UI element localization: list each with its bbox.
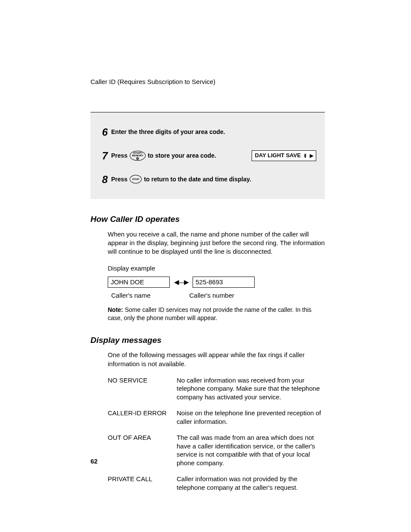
double-arrow-icon: ◀—▶: [174, 278, 188, 286]
note-text: Some caller ID services may not provide …: [108, 306, 311, 321]
msg-desc: Noise on the telephone line prevented re…: [177, 409, 325, 426]
step-number: 6: [95, 125, 108, 139]
note-label: Note:: [108, 306, 123, 313]
msg-label: OUT OF AREA: [108, 433, 177, 467]
step-pre-text: Press: [111, 175, 128, 183]
page-header: Caller ID (Requires Subscription to Serv…: [90, 78, 325, 86]
msg-desc: No caller information was received from …: [177, 376, 325, 401]
lcd-text: DAY LIGHT SAVE: [255, 152, 301, 159]
step-text: Press START/ MEMORY ⏻ to store your area…: [111, 150, 316, 161]
msg-row-no-service: NO SERVICE No caller information was rec…: [108, 376, 325, 401]
messages-table: NO SERVICE No caller information was rec…: [108, 376, 325, 492]
how-caller-id-heading: How Caller ID operates: [90, 214, 325, 225]
msg-row-out-of-area: OUT OF AREA The call was made from an ar…: [108, 433, 325, 467]
step-number: 7: [95, 149, 108, 162]
msg-row-caller-id-error: CALLER-ID ERROR Noise on the telephone l…: [108, 409, 325, 426]
note-paragraph: Note: Some caller ID services may not pr…: [108, 306, 325, 322]
caption-name: Caller's name: [111, 291, 150, 300]
steps-container: 6 Enter the three digits of your area co…: [90, 112, 325, 199]
step-pre-text: Press: [111, 152, 128, 159]
lcd-display: DAY LIGHT SAVE ▲▼ ▶: [252, 150, 316, 161]
page-number: 62: [90, 457, 98, 466]
step-7: 7 Press START/ MEMORY ⏻ to store your ar…: [95, 144, 316, 168]
msg-desc: Caller information was not provided by t…: [177, 475, 325, 492]
caption-number: Caller's number: [189, 291, 234, 300]
display-example-label: Display example: [108, 264, 325, 273]
power-icon: ⏻: [136, 157, 139, 160]
example-name-box: JOHN DOE: [108, 277, 170, 288]
step-8: 8 Press STOP to return to the date and t…: [95, 168, 316, 191]
step-number: 8: [95, 173, 108, 186]
step-text: Enter the three digits of your area code…: [111, 128, 316, 136]
how-caller-id-paragraph: When you receive a call, the name and ph…: [108, 230, 325, 256]
msg-label: NO SERVICE: [108, 376, 177, 401]
msg-row-private-call: PRIVATE CALL Caller information was not …: [108, 475, 325, 492]
msg-desc: The call was made from an area which doe…: [177, 433, 325, 467]
display-messages-paragraph: One of the following messages will appea…: [108, 351, 325, 368]
step-text-content: Enter the three digits of your area code…: [111, 128, 225, 136]
right-arrow-icon: ▶: [310, 152, 313, 159]
display-example-row: JOHN DOE ◀—▶ 525-8693: [108, 277, 325, 288]
msg-label: CALLER-ID ERROR: [108, 409, 177, 426]
example-captions: Caller's name Caller's number: [111, 291, 325, 300]
example-number-box: 525-8693: [193, 277, 255, 288]
button-line1: STOP: [132, 178, 139, 180]
step-post-text: to store your area code.: [148, 152, 216, 159]
msg-label: PRIVATE CALL: [108, 475, 177, 492]
step-6: 6 Enter the three digits of your area co…: [95, 120, 316, 144]
up-down-arrows-icon: ▲▼: [303, 153, 307, 159]
step-post-text: to return to the date and time display.: [144, 175, 251, 183]
page: Caller ID (Requires Subscription to Serv…: [0, 0, 411, 532]
start-memory-button-icon: START/ MEMORY ⏻: [130, 151, 146, 161]
display-messages-heading: Display messages: [90, 335, 325, 346]
step-text: Press STOP to return to the date and tim…: [111, 175, 316, 184]
stop-button-icon: STOP: [130, 175, 142, 184]
